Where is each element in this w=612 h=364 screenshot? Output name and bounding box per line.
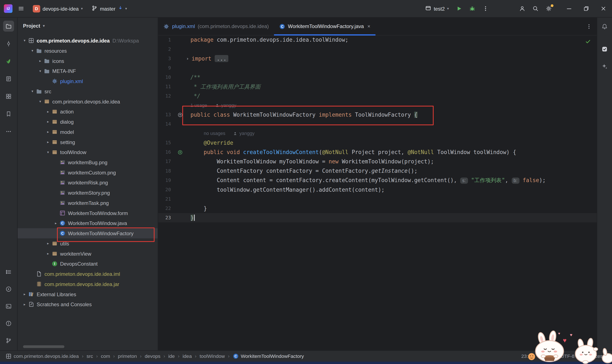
tree-item-workitemtoolwindow-form[interactable]: WorkitemToolWindow.form (18, 208, 158, 218)
usage-count[interactable]: 1 usage (190, 101, 207, 110)
breadcrumb-item-ide[interactable]: ide (168, 354, 175, 359)
tree-item-plugin-xml[interactable]: plugin.xml (18, 76, 158, 86)
debug-button[interactable] (466, 2, 479, 15)
tree-item-scratches-and-consoles[interactable]: ▸Scratches and Consoles (18, 299, 158, 309)
close-button[interactable] (595, 0, 612, 17)
tree-item-com-primeton-devops-ide-idea[interactable]: ▾com.primeton.devops.ide.idea (18, 96, 158, 107)
tab-close-icon[interactable]: × (367, 23, 370, 29)
code-line-14[interactable]: 14 (158, 119, 597, 129)
caret-position[interactable]: 23:2 (521, 354, 531, 359)
chevron-down-icon[interactable]: ▾ (45, 150, 51, 154)
chevron-right-icon[interactable]: ▸ (21, 302, 28, 306)
breadcrumb-item-src[interactable]: src (87, 354, 93, 359)
implements-icon[interactable] (177, 112, 183, 117)
code-line-22[interactable]: 22 } (158, 204, 597, 213)
code-line-21[interactable]: 21 (158, 194, 597, 204)
chevron-right-icon[interactable]: ▸ (21, 292, 28, 296)
tool-stripe-ai-assistant[interactable] (599, 61, 610, 72)
code-line-9[interactable]: 9 (158, 63, 597, 72)
tree-item-icons[interactable]: ▸icons (18, 56, 158, 66)
tree-item-resources[interactable]: ▾resources (18, 46, 158, 56)
minimize-button[interactable] (560, 0, 578, 17)
tree-item-com-primeton-devops-ide-idea-jar[interactable]: com.primeton.devops.ide.idea.jar (18, 279, 158, 289)
code-line-19[interactable]: 19 Content content = contentFactory.crea… (158, 176, 597, 185)
author-name[interactable]: yanggy (221, 101, 236, 110)
line-separator[interactable]: CRLF (539, 354, 552, 359)
tree-item-workitemtoolwindow-java[interactable]: ▸CWorkitemToolWindow.java (18, 218, 158, 228)
breadcrumb-item-idea[interactable]: idea (183, 354, 192, 359)
chevron-right-icon[interactable]: ▸ (45, 110, 51, 114)
gutter[interactable] (171, 147, 189, 157)
run-configuration-widget[interactable]: test2 ▾ (422, 3, 452, 14)
tree-item-com-primeton-devops-ide-idea-iml[interactable]: com.primeton.devops.ide.idea.iml (18, 269, 158, 279)
tool-stripe-commit[interactable] (3, 38, 14, 49)
code-line-10[interactable]: 10/** (158, 73, 597, 82)
more-actions-button[interactable] (479, 2, 492, 15)
code-line-2[interactable]: 2 (158, 44, 597, 54)
tool-stripe-bookmarks[interactable] (3, 108, 14, 119)
tree-item-workitemview[interactable]: ▸workitemView (18, 249, 158, 259)
file-encoding[interactable]: UTF-8 (561, 354, 575, 359)
tree-item-workitemrisk-png[interactable]: workitemRisk.png (18, 177, 158, 188)
tree-item-workitemtask-png[interactable]: workItemTask.png (18, 198, 158, 208)
breadcrumb-item-com[interactable]: com (101, 354, 110, 359)
tool-stripe-more[interactable] (3, 126, 14, 137)
inlay-usage-hint[interactable]: 1 usageyanggy (158, 101, 597, 110)
tree-item-action[interactable]: ▸action (18, 106, 158, 117)
horizontal-scrollbar[interactable] (23, 345, 64, 348)
code-area[interactable]: 1package com.primeton.devops.ide.idea.to… (158, 35, 597, 351)
code-line-3[interactable]: 3›import ... (158, 54, 597, 63)
code-line-16[interactable]: 16 public void createToolWindowContent(@… (158, 147, 597, 157)
indent-style[interactable]: 4 spaces (583, 354, 603, 359)
inlay-usage-hint[interactable]: no usagesyanggy (158, 129, 597, 138)
breadcrumb-item-primeton[interactable]: primeton (118, 354, 137, 359)
chevron-right-icon[interactable]: ▸ (53, 221, 59, 225)
tool-stripe-tasks-check[interactable] (599, 44, 610, 55)
tree-item-workitemcustom-png[interactable]: workItemCustom.png (18, 168, 158, 178)
run-button[interactable] (453, 2, 465, 15)
code-line-18[interactable]: 18 ContentFactory contentFactory = Conte… (158, 166, 597, 176)
fold-arrow-icon[interactable]: › (186, 54, 189, 63)
tree-item-workitembug-png[interactable]: workItemBug.png (18, 157, 158, 168)
tool-stripe-modules[interactable] (3, 91, 14, 102)
tool-stripe-notes[interactable] (3, 73, 14, 84)
tree-item-toolwindow[interactable]: ▾toolWindow (18, 147, 158, 157)
override-icon[interactable] (177, 150, 183, 155)
chevron-down-icon[interactable]: ▾ (29, 49, 36, 53)
breadcrumb-item-com-primeton-devops-ide-idea[interactable]: com.primeton.devops.ide.idea (6, 353, 79, 359)
settings-button[interactable] (543, 2, 555, 15)
chevron-right-icon[interactable]: ▸ (45, 120, 51, 124)
gutter[interactable]: › (171, 54, 190, 63)
tree-item-com-primeton-devops-ide-idea[interactable]: ▾com.primeton.devops.ide.ideaD:\Workspa (18, 36, 158, 46)
project-widget[interactable]: D devops-ide-idea ▾ (30, 3, 86, 14)
tool-stripe-terminal[interactable] (3, 301, 14, 312)
chevron-down-icon[interactable]: ▾ (21, 39, 28, 42)
tree-item-src[interactable]: ▾src (18, 86, 158, 96)
code-line-13[interactable]: 13public class WorkitemToolWindowFactory… (158, 110, 597, 119)
tool-stripe-version-control[interactable] (3, 335, 14, 346)
tool-stripe-project-folder[interactable] (3, 21, 14, 31)
tool-stripe-services[interactable] (3, 284, 14, 295)
tree-item-dialog[interactable]: ▸dialog (18, 117, 158, 127)
tool-stripe-todo[interactable] (3, 266, 14, 277)
chevron-down-icon[interactable]: ▾ (37, 69, 43, 73)
tree-item-external-libraries[interactable]: ▸External Libraries (18, 289, 158, 299)
code-line-12[interactable]: 12 */ (158, 91, 597, 101)
tree-item-meta-inf[interactable]: ▾META-INF (18, 66, 158, 76)
tab-options-button[interactable] (581, 18, 597, 35)
code-line-1[interactable]: 1package com.primeton.devops.ide.idea.to… (158, 35, 597, 44)
inspections-ok-icon[interactable] (585, 39, 591, 46)
chevron-right-icon[interactable]: ▸ (45, 252, 51, 255)
tool-stripe-problems[interactable] (3, 318, 14, 329)
tool-stripe-notifications-bell[interactable] (599, 21, 610, 32)
code-line-15[interactable]: 15 @Override (158, 138, 597, 147)
usage-count[interactable]: no usages (204, 129, 225, 138)
code-line-17[interactable]: 17 WorkitemToolWindow myToolWindow = new… (158, 157, 597, 166)
breadcrumb-item-toolwindow[interactable]: toolWindow (200, 354, 225, 359)
tool-stripe-plugin-leaf[interactable] (3, 56, 14, 67)
breadcrumb-item-devops[interactable]: devops (145, 354, 160, 359)
breadcrumb-item-workitemtoolwindowfactory[interactable]: CWorkitemToolWindowFactory (233, 353, 304, 359)
tree-item-devopsconstant[interactable]: IDevopsConstant (18, 259, 158, 269)
chevron-right-icon[interactable]: ▸ (45, 130, 51, 134)
code-line-23[interactable]: 23} (158, 213, 597, 222)
